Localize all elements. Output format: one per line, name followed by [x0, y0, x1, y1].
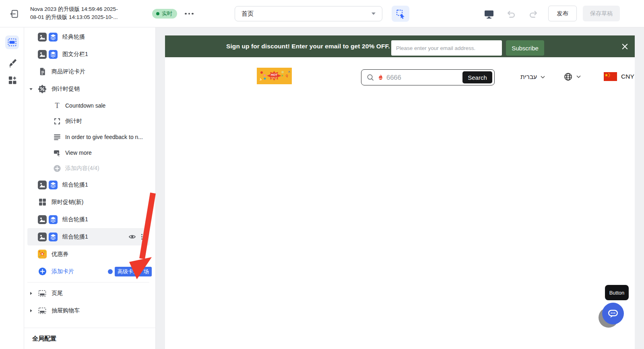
svg-text:HOT: HOT [271, 73, 278, 77]
tree-item-label: Countdown sale [65, 102, 105, 109]
currency-label: CNY [621, 73, 634, 80]
tree-item-label: 图文分栏1 [62, 51, 88, 58]
tree-item[interactable]: 添加内容(4/4) [24, 160, 155, 176]
chevron-down-icon [541, 76, 545, 79]
tree-item[interactable]: 优惠券 [24, 245, 155, 263]
tree-item-label: 限时促销(新) [52, 199, 83, 206]
store-logo[interactable]: HOT SALE Q A [257, 68, 292, 84]
theme-title-line2: 08-01 的升级版 14:13:05 2025-10-... [30, 13, 148, 21]
tree-item-label: 添加卡片 [52, 268, 74, 275]
select-tool-icon [396, 9, 406, 19]
rail-add-blocks-tab[interactable] [5, 73, 19, 87]
tree-item-label: 页尾 [52, 290, 63, 297]
promo-seal-icon [38, 85, 47, 93]
tree-item[interactable]: 倒计时促销 [24, 80, 155, 98]
layers-icon [49, 215, 58, 224]
tree-item[interactable]: 组合轮播1 [27, 228, 149, 245]
eye-icon[interactable] [128, 233, 136, 241]
sections-panel: 经典轮播图文分栏1商品评论卡片倒计时促销TCountdown sale倒计时In… [24, 27, 156, 349]
tree-item-label: 优惠券 [52, 251, 68, 258]
currency-selector[interactable]: CNY [604, 72, 634, 81]
layers-icon [49, 233, 58, 241]
svg-text:Q: Q [286, 74, 288, 77]
region-selector[interactable] [564, 72, 581, 81]
sections-icon [7, 37, 17, 48]
page-selector-dropdown[interactable]: 首页 [235, 6, 382, 21]
close-icon [621, 43, 629, 50]
global-config-item[interactable]: 全局配置 [24, 328, 155, 349]
chat-bubble-icon [607, 307, 619, 320]
caret-right-icon[interactable] [29, 291, 38, 295]
undo-button[interactable] [506, 9, 516, 19]
countdown-icon [53, 117, 61, 125]
image-icon [38, 181, 47, 189]
theme-editor-app: Nova 2023 的升级版 14:59:46 2025- 08-01 的升级版… [0, 0, 644, 349]
layers-icon [49, 181, 58, 189]
publish-button[interactable]: 发布 [548, 6, 577, 21]
layers-icon [49, 50, 58, 59]
text-lines-icon [53, 133, 61, 141]
image-icon [38, 50, 47, 59]
chevron-down-icon [576, 75, 581, 78]
button-tooltip-label: Button [609, 290, 625, 296]
search-button[interactable]: Search [462, 71, 492, 83]
tree-item[interactable]: 页尾 [24, 285, 155, 302]
tree-item-label: 组合轮播1 [62, 216, 88, 223]
logo-image: HOT SALE Q A [257, 68, 292, 84]
tree-item-label: 组合轮播1 [62, 233, 88, 241]
save-draft-button[interactable]: 保存草稿 [583, 6, 620, 21]
language-selector[interactable]: עברית [520, 73, 545, 81]
coupon-icon [38, 250, 47, 259]
email-field[interactable] [391, 40, 502, 56]
add-content-icon [53, 164, 61, 172]
announcement-banner[interactable]: Sign up for discount! Enter your email t… [165, 35, 635, 57]
tree-item[interactable]: 商品评论卡片 [24, 63, 155, 80]
rail-sections-tab[interactable] [5, 35, 19, 49]
tree-item[interactable]: View more [24, 145, 155, 160]
tree-item[interactable]: 组合轮播1 [24, 176, 155, 193]
globe-icon [564, 72, 573, 81]
banner-close-button[interactable] [620, 42, 629, 51]
image-icon [38, 233, 47, 241]
text-block-icon: T [53, 102, 61, 110]
store-search-bar[interactable]: HOT Search [361, 69, 495, 85]
page-selector-value: 首页 [242, 10, 254, 18]
rail-theme-style-tab[interactable] [5, 56, 19, 70]
top-bar: Nova 2023 的升级版 14:59:46 2025- 08-01 的升级版… [0, 0, 644, 27]
chat-widget-button[interactable] [602, 303, 624, 324]
tree-item-label: 组合轮播1 [62, 181, 88, 189]
tree-item-label: View more [65, 150, 92, 156]
hot-flame-icon: HOT [378, 74, 384, 81]
tree-item[interactable]: 抽屉购物车 [24, 302, 155, 319]
layers-icon [49, 33, 58, 42]
tree-divider [27, 282, 149, 283]
paint-brush-icon [7, 58, 17, 68]
desktop-preview-button[interactable] [484, 9, 494, 19]
image-icon [38, 33, 47, 42]
search-input[interactable] [386, 74, 443, 81]
sections-tree: 经典轮播图文分栏1商品评论卡片倒计时促销TCountdown sale倒计时In… [24, 27, 155, 328]
tree-item[interactable]: 图文分栏1 [24, 46, 155, 63]
tree-item[interactable]: 添加卡片高级卡片广场 [24, 263, 155, 280]
drag-handle[interactable] [140, 233, 146, 240]
tree-item[interactable]: TCountdown sale [24, 98, 155, 113]
language-label: עברית [520, 73, 537, 81]
theme-title: Nova 2023 的升级版 14:59:46 2025- 08-01 的升级版… [30, 5, 148, 21]
editor-rail [0, 27, 24, 349]
image-icon [38, 215, 47, 224]
tree-item[interactable]: 经典轮播 [24, 28, 155, 46]
subscribe-button[interactable]: Subscribe [506, 40, 544, 56]
caret-right-icon[interactable] [29, 309, 38, 313]
exit-editor-button[interactable] [7, 7, 20, 20]
caret-down-icon[interactable] [29, 87, 38, 91]
tree-item[interactable]: 限时促销(新) [24, 193, 155, 211]
card-plaza-tooltip[interactable]: 高级卡片广场 [115, 267, 152, 276]
svg-text:HOT: HOT [379, 77, 382, 79]
tree-item[interactable]: 组合轮播1 [24, 211, 155, 228]
select-element-tool-button[interactable] [392, 6, 409, 22]
tree-item[interactable]: In order to give feedback to n... [24, 129, 155, 145]
more-menu-button[interactable] [184, 10, 195, 18]
tree-item[interactable]: 倒计时 [24, 113, 155, 129]
redo-button[interactable] [528, 9, 539, 19]
add-blocks-icon [7, 75, 17, 85]
